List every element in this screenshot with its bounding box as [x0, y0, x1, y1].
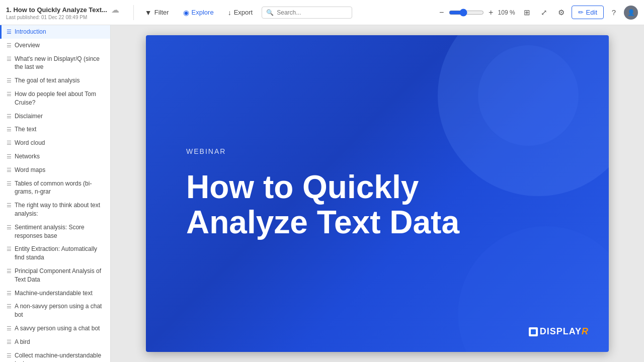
resize-icon: ⤢: [541, 8, 547, 17]
doc-icon: ☰: [7, 202, 12, 209]
sidebar-item-label: Collect machine-understandable text: [15, 351, 105, 362]
sidebar-item-pca[interactable]: ☰ Principal Component Analysis of Text D…: [0, 264, 110, 287]
sidebar-item-label: Introduction: [15, 28, 105, 36]
sidebar-item-tables-common[interactable]: ☰ Tables of common words (bi-grams, n-gr…: [0, 177, 110, 199]
sidebar: ☰ Introduction ☰ Overview ☰ What's new i…: [0, 25, 111, 362]
doc-icon: ☰: [7, 113, 12, 120]
sidebar-item-networks[interactable]: ☰ Networks: [0, 150, 110, 163]
sidebar-item-entity[interactable]: ☰ Entity Extraction: Automatically find …: [0, 242, 110, 264]
sidebar-item-label: The text: [15, 125, 105, 134]
export-label: Export: [234, 9, 253, 16]
topbar-right: − + 109 % ⊞ ⤢ ⚙ ✏ Edit ? 👤: [437, 6, 638, 20]
doc-icon: ☰: [7, 90, 12, 98]
zoom-percentage: 109 %: [498, 9, 517, 16]
sidebar-item-right-way[interactable]: ☰ The right way to think about text anal…: [0, 199, 110, 221]
doc-icon: ☰: [7, 245, 12, 253]
doc-icon: ☰: [7, 153, 12, 160]
doc-icon: ☰: [7, 338, 12, 346]
sidebar-item-tom-cruise[interactable]: ☰ How do people feel about Tom Cruise?: [0, 87, 110, 110]
slide-logo-text: DISPLAYR: [540, 326, 589, 337]
slide-logo-r: R: [582, 326, 589, 336]
explore-button[interactable]: ◉ Explore: [178, 6, 219, 19]
search-input[interactable]: [277, 9, 348, 16]
sidebar-item-label: Entity Extraction: Automatically find st…: [15, 245, 105, 262]
sidebar-item-overview[interactable]: ☰ Overview: [0, 39, 110, 52]
zoom-in-button[interactable]: +: [486, 8, 496, 18]
sidebar-item-label: Machine-understandable text: [15, 289, 105, 298]
sidebar-item-introduction[interactable]: ☰ Introduction: [0, 25, 110, 39]
doc-icon: ☰: [7, 77, 12, 84]
avatar-icon: 👤: [627, 9, 635, 16]
sidebar-item-sentiment[interactable]: ☰ Sentiment analysis: Score responses ba…: [0, 221, 110, 243]
sidebar-item-label: What's new in Displayr/Q (since the last…: [15, 55, 105, 72]
sidebar-item-label: A bird: [15, 338, 105, 346]
sidebar-item-word-cloud[interactable]: ☰ Word cloud: [0, 136, 110, 150]
slide: WEBINAR How to Quickly Analyze Text Data…: [146, 35, 609, 352]
sidebar-item-label: Disclaimer: [15, 112, 105, 121]
doc-icon: ☰: [7, 42, 12, 49]
doc-icon: ☰: [7, 303, 12, 310]
sidebar-item-savvy[interactable]: ☰ A savvy person using a chat bot: [0, 322, 110, 335]
sidebar-item-label: Word cloud: [15, 139, 105, 147]
document-title-area: 1. How to Quickly Analyze Text... ☁ Last…: [6, 5, 119, 20]
sidebar-item-label: Networks: [15, 152, 105, 161]
doc-icon: ☰: [7, 139, 12, 147]
doc-icon: ☰: [7, 224, 12, 231]
content-panel: WEBINAR How to Quickly Analyze Text Data…: [111, 25, 644, 362]
zoom-out-button[interactable]: −: [437, 8, 447, 18]
edit-label: Edit: [586, 9, 597, 16]
grid-icon: ⊞: [524, 8, 530, 17]
topbar: 1. How to Quickly Analyze Text... ☁ Last…: [0, 0, 644, 25]
main-area: ☰ Introduction ☰ Overview ☰ What's new i…: [0, 25, 644, 362]
displayr-logo-icon: [529, 327, 538, 336]
sidebar-item-label: Tables of common words (bi-grams, n-grar: [15, 179, 105, 197]
zoom-slider[interactable]: [449, 9, 484, 17]
slide-title-line2: Analyze Text Data: [186, 204, 459, 240]
edit-button[interactable]: ✏ Edit: [572, 6, 604, 19]
sidebar-item-disclaimer[interactable]: ☰ Disclaimer: [0, 110, 110, 123]
doc-icon: ☰: [7, 126, 12, 133]
doc-icon: ☰: [7, 180, 12, 188]
help-button[interactable]: ?: [607, 6, 621, 20]
sidebar-item-collect-machine[interactable]: ☰ Collect machine-understandable text: [0, 349, 110, 362]
sidebar-item-word-maps[interactable]: ☰ Word maps: [0, 163, 110, 177]
sidebar-item-label: How do people feel about Tom Cruise?: [15, 90, 105, 107]
document-title: 1. How to Quickly Analyze Text...: [6, 6, 107, 14]
sidebar-item-label: The goal of text analysis: [15, 76, 105, 85]
divider-1: [133, 5, 134, 20]
doc-icon: ☰: [7, 290, 12, 297]
explore-icon: ◉: [183, 9, 189, 17]
settings-button[interactable]: ⚙: [554, 6, 569, 20]
doc-icon: ☰: [7, 28, 12, 36]
sidebar-item-the-text[interactable]: ☰ The text: [0, 123, 110, 136]
doc-icon: ☰: [7, 352, 12, 359]
sidebar-item-label: Sentiment analysis: Score responses base: [15, 223, 105, 240]
export-button[interactable]: ↓ Export: [223, 6, 258, 19]
resize-button[interactable]: ⤢: [537, 6, 551, 20]
sidebar-item-machine-understandable[interactable]: ☰ Machine-understandable text: [0, 287, 110, 300]
sidebar-item-label: The right way to think about text analys…: [15, 201, 105, 218]
search-box[interactable]: 🔍: [262, 7, 352, 19]
doc-icon: ☰: [7, 166, 12, 174]
user-avatar[interactable]: 👤: [624, 6, 638, 20]
doc-icon: ☰: [7, 325, 12, 332]
slide-decoration-2: [478, 45, 579, 146]
sidebar-item-non-savvy[interactable]: ☰ A non-savvy person using a chat bot: [0, 300, 110, 322]
filter-button[interactable]: ▼ Filter: [140, 6, 174, 19]
displayr-logo-icon-inner: [531, 329, 536, 334]
sidebar-item-whats-new[interactable]: ☰ What's new in Displayr/Q (since the la…: [0, 52, 110, 74]
publish-date: Last published: 01 Dec 22 08:49 PM: [6, 15, 119, 20]
sidebar-item-label: Principal Component Analysis of Text Dat…: [15, 267, 105, 284]
grid-view-button[interactable]: ⊞: [520, 6, 534, 20]
sidebar-item-bird[interactable]: ☰ A bird: [0, 335, 110, 349]
sidebar-item-label: Word maps: [15, 166, 105, 174]
sidebar-item-goal[interactable]: ☰ The goal of text analysis: [0, 74, 110, 87]
gear-icon: ⚙: [558, 8, 565, 17]
sidebar-item-label: A savvy person using a chat bot: [15, 324, 105, 333]
doc-icon: ☰: [7, 267, 12, 275]
zoom-control: − + 109 %: [437, 8, 517, 18]
filter-label: Filter: [154, 9, 169, 16]
search-icon: 🔍: [266, 9, 274, 16]
sidebar-item-label: Overview: [15, 41, 105, 50]
sidebar-item-label: A non-savvy person using a chat bot: [15, 302, 105, 319]
